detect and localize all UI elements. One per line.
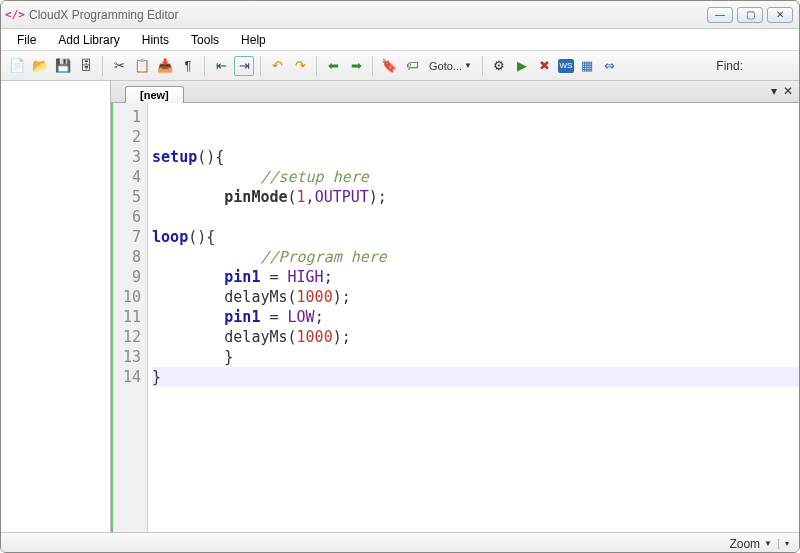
app-icon: </> (7, 7, 23, 23)
line-number: 9 (123, 267, 141, 287)
line-number: 2 (123, 127, 141, 147)
line-number: 11 (123, 307, 141, 327)
ws-icon[interactable]: WS (558, 59, 574, 73)
undo-icon[interactable]: ↶ (267, 56, 287, 76)
back-arrow-icon[interactable]: ⬅ (323, 56, 343, 76)
line-number: 4 (123, 167, 141, 187)
line-number: 12 (123, 327, 141, 347)
line-number: 3 (123, 147, 141, 167)
line-number: 6 (123, 207, 141, 227)
close-button[interactable]: ✕ (767, 7, 793, 23)
code-line[interactable] (152, 107, 799, 127)
editor-pane: [new] ▾ ✕ 1234567891011121314 setup(){ /… (111, 81, 799, 532)
line-number: 14 (123, 367, 141, 387)
code-line[interactable]: delayMs(1000); (152, 287, 799, 307)
find-area: Find: (716, 59, 743, 73)
line-number: 1 (123, 107, 141, 127)
zoom-control[interactable]: Zoom ▼ ┊ ▾ (729, 537, 789, 551)
separator (204, 56, 205, 76)
workspace: [new] ▾ ✕ 1234567891011121314 setup(){ /… (1, 81, 799, 532)
gear-icon[interactable]: ⚙ (489, 56, 509, 76)
code-area[interactable]: setup(){ //setup here pinMode(1,OUTPUT);… (148, 103, 799, 532)
minimize-button[interactable]: — (707, 7, 733, 23)
separator (482, 56, 483, 76)
tab-new[interactable]: [new] (125, 86, 184, 103)
copy-icon[interactable]: 📋 (132, 56, 152, 76)
zoom-label: Zoom (729, 537, 760, 551)
separator (260, 56, 261, 76)
chevron-down-icon[interactable]: ▾ (785, 539, 789, 548)
zoom-dropdown-icon[interactable]: ▼ (764, 539, 772, 548)
code-line[interactable]: pin1 = LOW; (152, 307, 799, 327)
code-line[interactable]: delayMs(1000); (152, 327, 799, 347)
code-line[interactable]: //Program here (152, 247, 799, 267)
status-bar: Zoom ▼ ┊ ▾ (1, 532, 799, 553)
stop-icon[interactable]: ✖ (535, 56, 555, 76)
line-number: 8 (123, 247, 141, 267)
code-line[interactable] (152, 207, 799, 227)
line-number: 5 (123, 187, 141, 207)
code-editor[interactable]: 1234567891011121314 setup(){ //setup her… (111, 103, 799, 532)
cut-icon[interactable]: ✂ (109, 56, 129, 76)
outdent-icon[interactable]: ⇤ (211, 56, 231, 76)
paragraph-icon[interactable]: ¶ (178, 56, 198, 76)
menu-bar: File Add Library Hints Tools Help (1, 29, 799, 51)
code-line[interactable]: } (152, 347, 799, 367)
code-line[interactable]: loop(){ (152, 227, 799, 247)
code-line[interactable] (152, 127, 799, 147)
line-number: 7 (123, 227, 141, 247)
forward-arrow-icon[interactable]: ➡ (346, 56, 366, 76)
code-line[interactable]: //setup here (152, 167, 799, 187)
new-file-icon[interactable]: 📄 (7, 56, 27, 76)
separator (316, 56, 317, 76)
chip-icon[interactable]: ▦ (577, 56, 597, 76)
code-line[interactable]: setup(){ (152, 147, 799, 167)
open-folder-icon[interactable]: 📂 (30, 56, 50, 76)
tab-bar: [new] ▾ ✕ (111, 81, 799, 103)
indent-icon[interactable]: ⇥ (234, 56, 254, 76)
maximize-button[interactable]: ▢ (737, 7, 763, 23)
redo-icon[interactable]: ↷ (290, 56, 310, 76)
menu-tools[interactable]: Tools (181, 31, 229, 49)
code-line[interactable]: } (152, 367, 799, 387)
find-label: Find: (716, 59, 743, 73)
sidebar (1, 81, 111, 532)
window-title: CloudX Programming Editor (29, 8, 707, 22)
menu-help[interactable]: Help (231, 31, 276, 49)
save-icon[interactable]: 💾 (53, 56, 73, 76)
toolbar: 📄 📂 💾 🗄 ✂ 📋 📥 ¶ ⇤ ⇥ ↶ ↷ ⬅ ➡ 🔖 🏷 Goto...▼… (1, 51, 799, 81)
separator (102, 56, 103, 76)
tab-menu-icon[interactable]: ▾ (771, 84, 777, 98)
build-icon[interactable]: ▶ (512, 56, 532, 76)
line-number: 10 (123, 287, 141, 307)
paste-icon[interactable]: 📥 (155, 56, 175, 76)
title-bar: </> CloudX Programming Editor — ▢ ✕ (1, 1, 799, 29)
line-number: 13 (123, 347, 141, 367)
code-line[interactable]: pin1 = HIGH; (152, 267, 799, 287)
save-all-icon[interactable]: 🗄 (76, 56, 96, 76)
window-controls: — ▢ ✕ (707, 7, 793, 23)
separator (372, 56, 373, 76)
goto-dropdown[interactable]: Goto...▼ (425, 60, 476, 72)
bookmark-icon[interactable]: 🔖 (379, 56, 399, 76)
menu-add-library[interactable]: Add Library (48, 31, 129, 49)
goto-bookmark-icon[interactable]: 🏷 (402, 56, 422, 76)
link-icon[interactable]: ⇔ (600, 56, 620, 76)
menu-file[interactable]: File (7, 31, 46, 49)
menu-hints[interactable]: Hints (132, 31, 179, 49)
line-gutter: 1234567891011121314 (113, 103, 148, 532)
tab-close-icon[interactable]: ✕ (783, 84, 793, 98)
code-line[interactable]: pinMode(1,OUTPUT); (152, 187, 799, 207)
